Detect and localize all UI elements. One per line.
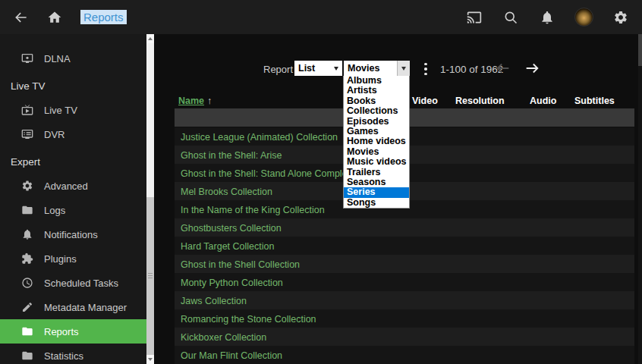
home-icon[interactable] — [46, 8, 64, 27]
item-link[interactable]: Romancing the Stone Collection — [181, 314, 316, 325]
item-link[interactable]: Ghostbusters Collection — [181, 223, 282, 234]
report-label: Report — [263, 64, 293, 75]
item-type-value: Movies — [348, 63, 379, 74]
more-options-icon[interactable] — [420, 62, 432, 76]
sidebar-item-label: Advanced — [44, 180, 88, 192]
report-view-value: List — [298, 63, 315, 74]
top-bar: Reports — [0, 0, 642, 34]
item-type-select[interactable]: Movies — [344, 61, 410, 76]
item-link[interactable]: Justice League (Animated) Collection — [181, 132, 338, 143]
folder-icon — [21, 204, 33, 216]
dropdown-option[interactable]: Songs — [344, 198, 409, 208]
dropdown-option[interactable]: Movies — [344, 147, 409, 157]
sidebar-item-statistics[interactable]: Statistics — [0, 344, 146, 364]
sort-asc-icon: ↑ — [207, 96, 212, 106]
main-scrollbar-thumb[interactable] — [638, 34, 642, 66]
dlna-icon — [21, 52, 33, 64]
sidebar-item-dvr[interactable]: DVR — [0, 122, 146, 146]
bell-icon[interactable] — [538, 8, 556, 27]
sidebar-item-plugins[interactable]: Plugins — [0, 246, 146, 271]
column-header-audio: Audio — [530, 96, 556, 106]
item-link[interactable]: Our Man Flint Collection — [181, 350, 282, 361]
sidebar-scrollbar-thumb[interactable] — [146, 197, 154, 355]
dropdown-option[interactable]: Collections — [344, 106, 409, 116]
sidebar-item-advanced[interactable]: Advanced — [0, 174, 146, 198]
item-link[interactable]: Jaws Collection — [181, 296, 247, 306]
sidebar-section-expert: Expert — [0, 149, 154, 174]
column-header-resolution: Resolution — [455, 96, 505, 106]
sidebar-item-label: Statistics — [44, 350, 83, 362]
sidebar-item-label: Scheduled Tasks — [44, 278, 118, 289]
sidebar-item-live-tv[interactable]: Live TV — [0, 98, 146, 122]
dropdown-option[interactable]: Episodes — [344, 117, 409, 127]
sidebar-scrollbar[interactable] — [146, 34, 154, 364]
back-icon[interactable] — [12, 8, 30, 27]
item-link[interactable]: Ghost in the Shell: Stand Alone Complex — [181, 168, 352, 179]
item-link[interactable]: Kickboxer Collection — [181, 332, 266, 343]
dropdown-option[interactable]: Home videos — [344, 136, 409, 146]
folder-icon — [21, 325, 33, 337]
previous-page-icon — [494, 59, 512, 77]
table-row: Kickboxer Collection — [175, 328, 634, 346]
scroll-up-icon[interactable] — [146, 34, 154, 43]
dropdown-option[interactable]: Artists — [344, 86, 409, 96]
sidebar: DLNALive TVLive TVDVRExpertAdvancedLogsN… — [0, 34, 154, 364]
report-view-select[interactable]: List — [294, 61, 342, 76]
sidebar-item-notifications[interactable]: Notifications — [0, 222, 146, 246]
column-header-name[interactable]: Name↑ — [178, 96, 212, 106]
next-page-icon[interactable] — [523, 59, 541, 77]
dropdown-option[interactable]: Books — [344, 96, 409, 106]
column-header-video: Video — [412, 96, 438, 106]
sidebar-item-label: Live TV — [44, 105, 77, 116]
dropdown-button[interactable] — [397, 61, 410, 76]
gear-icon[interactable] — [612, 8, 630, 27]
dropdown-option[interactable]: Albums — [344, 76, 409, 86]
table-row: Monty Python Collection — [175, 273, 634, 291]
scroll-down-icon[interactable] — [146, 355, 154, 364]
puzzle-icon — [21, 253, 33, 265]
sidebar-section-live-tv: Live TV — [0, 74, 154, 98]
sidebar-item-label: DLNA — [44, 53, 71, 64]
table-row: Hard Target Collection — [175, 237, 634, 255]
item-link[interactable]: Monty Python Collection — [181, 278, 283, 288]
table-row: Jaws Collection — [175, 291, 634, 309]
dropdown-option[interactable]: Games — [344, 127, 409, 136]
clock-icon — [21, 277, 33, 289]
dvr-icon — [21, 128, 33, 140]
sidebar-item-label: Metadata Manager — [44, 302, 127, 313]
item-link[interactable]: Ghost in the Shell: Arise — [181, 150, 282, 161]
gear-icon — [21, 180, 33, 192]
cast-icon[interactable] — [465, 8, 483, 27]
table-row: Our Man Flint Collection — [175, 346, 634, 364]
table-row: Romancing the Stone Collection — [175, 309, 634, 328]
folder-icon — [21, 350, 33, 362]
item-link[interactable]: Hard Target Collection — [181, 241, 274, 252]
user-avatar[interactable] — [574, 8, 593, 27]
item-link[interactable]: In the Name of the King Collection — [181, 205, 325, 215]
search-icon[interactable] — [502, 8, 520, 27]
pencil-icon — [21, 301, 33, 313]
column-header-subtitles: Subtitles — [574, 96, 615, 106]
sidebar-item-label: Logs — [44, 205, 65, 216]
sidebar-item-reports[interactable]: Reports — [0, 319, 146, 344]
item-link[interactable]: Ghost in the Shell Collection — [181, 259, 300, 270]
item-type-dropdown-list: AlbumsArtistsBooksCollectionsEpisodesGam… — [343, 76, 410, 209]
item-link[interactable]: Mel Brooks Collection — [181, 187, 272, 197]
live-tv-icon — [21, 104, 33, 116]
bell-icon — [21, 228, 33, 240]
sidebar-item-logs[interactable]: Logs — [0, 198, 146, 222]
sidebar-item-label: Plugins — [44, 253, 77, 265]
dropdown-option[interactable]: Music videos — [344, 157, 409, 167]
dropdown-option[interactable]: Series — [344, 187, 409, 197]
dropdown-option[interactable]: Trailers — [344, 168, 409, 177]
sidebar-item-dlna[interactable]: DLNA — [0, 46, 146, 71]
sidebar-item-metadata-manager[interactable]: Metadata Manager — [0, 295, 146, 319]
sidebar-item-scheduled-tasks[interactable]: Scheduled Tasks — [0, 271, 146, 295]
sidebar-item-label: Notifications — [44, 229, 98, 240]
main-scrollbar[interactable] — [638, 34, 642, 364]
sidebar-item-label: DVR — [44, 129, 65, 140]
sidebar-item-label: Reports — [44, 326, 79, 337]
page-title: Reports — [80, 10, 127, 24]
table-row: Ghost in the Shell Collection — [175, 255, 634, 273]
dropdown-option[interactable]: Seasons — [344, 177, 409, 187]
